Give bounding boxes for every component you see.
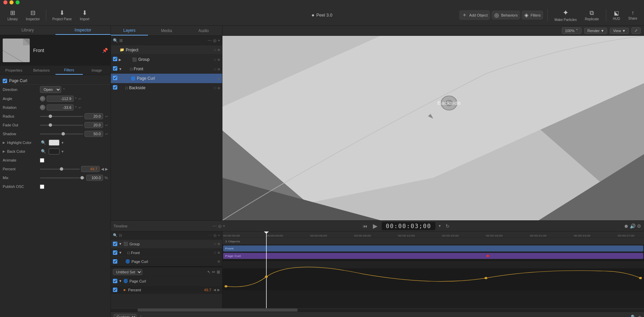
back-color-expand[interactable]: ▼ — [61, 150, 64, 153]
tl-group-action1[interactable]: □ — [214, 242, 216, 246]
import-button[interactable]: ⬇ Import — [76, 8, 93, 22]
highlight-color-triangle[interactable]: ▶ — [3, 141, 6, 144]
hud-button[interactable]: ⬕ HUD — [610, 8, 623, 22]
project-action2[interactable]: ⊕ — [217, 48, 220, 52]
play-button[interactable]: ▶ — [372, 222, 379, 230]
back-color-triangle[interactable]: ▶ — [3, 150, 6, 153]
backside-action2[interactable]: ⊕ — [217, 86, 220, 90]
tl-group-checkbox[interactable] — [113, 242, 117, 246]
group-action2[interactable]: ⊕ — [217, 58, 220, 62]
rotation-dial[interactable] — [40, 105, 45, 110]
tl-cursor-icon[interactable]: ↖ — [207, 270, 211, 274]
rotation-reset[interactable]: ↩ — [78, 106, 81, 109]
backside-checkbox[interactable] — [113, 85, 117, 90]
percent-left-arrow[interactable]: ◀ — [101, 167, 104, 171]
tl-front-triangle[interactable]: ▼ — [119, 251, 122, 254]
shadow-input[interactable] — [85, 131, 103, 137]
angle-input[interactable] — [47, 96, 74, 102]
angle-dial[interactable] — [40, 96, 45, 101]
tl-kf-page-curl-checkbox[interactable] — [113, 279, 117, 283]
tl-kf-left-arrow[interactable]: ◀ — [213, 288, 216, 292]
tl-page-curl-row[interactable]: 🌀 Page Curl ⊕ — [111, 257, 222, 266]
maximize-viewport[interactable]: ⤢ — [631, 27, 641, 34]
radius-input[interactable] — [85, 113, 103, 119]
fade-out-slider[interactable] — [40, 125, 83, 126]
bottom-bar-arrow[interactable]: ⌃ — [139, 315, 142, 317]
render-control[interactable]: Render ▼ — [584, 28, 607, 34]
layers-grid-icon[interactable]: ⊞ — [119, 38, 123, 43]
share-button[interactable]: ↑ Share — [625, 8, 640, 22]
tab-behaviors[interactable]: Behaviors — [28, 66, 55, 75]
fade-out-thumb[interactable] — [49, 123, 52, 127]
fade-out-input[interactable] — [85, 122, 103, 128]
radius-reset[interactable]: ↩ — [105, 115, 108, 118]
pin-button[interactable]: 📌 — [102, 48, 108, 53]
layer-front[interactable]: ▼ □ Front □ ⊕ — [111, 64, 222, 74]
layers-circle-icon[interactable]: ◎ — [213, 38, 216, 43]
tl-panel-icon[interactable]: ⊟ — [119, 233, 122, 238]
fade-out-reset[interactable]: ↩ — [105, 123, 108, 127]
tl-page-curl-checkbox[interactable] — [113, 259, 117, 264]
back-color-swatch[interactable] — [49, 148, 59, 154]
tl-front-action2[interactable]: ⊕ — [217, 251, 220, 254]
layer-group[interactable]: ▶ ⬛ Group □ ⊕ — [111, 55, 222, 64]
animate-checkbox[interactable] — [40, 158, 44, 163]
layer-page-curl[interactable]: 🌀 Page Curl ⊕ — [111, 74, 222, 83]
go-to-start-button[interactable]: ⏮ — [361, 223, 369, 229]
custom-select[interactable]: Custom — [114, 314, 137, 317]
media-tab[interactable]: Media — [148, 26, 185, 35]
layer-backside[interactable]: □ Backside □ ⊕ — [111, 83, 222, 93]
tl-kf-right-arrow[interactable]: ▶ — [217, 288, 220, 292]
front-action2[interactable]: ⊕ — [217, 67, 220, 71]
percent-input[interactable] — [81, 166, 100, 172]
time-dropdown-arrow[interactable]: ▼ — [438, 224, 442, 228]
zoom-control[interactable]: 100% ⌃ — [562, 27, 581, 34]
tl-kf-page-curl-row[interactable]: ▼ 🌀 Page Curl — [111, 277, 222, 286]
front-checkbox[interactable] — [113, 66, 117, 71]
minimize-button[interactable] — [9, 0, 14, 4]
untitled-set-select[interactable]: Untitled Set — [113, 269, 142, 275]
filters-button[interactable]: ◈ Filters — [522, 10, 543, 20]
inspector-tab[interactable]: Inspector — [55, 26, 111, 35]
tl-dots-icon[interactable]: ⋯ — [213, 224, 217, 228]
loop-button[interactable]: ↻ — [444, 223, 451, 229]
tl-settings-icon[interactable]: ⚙ — [637, 223, 641, 229]
direction-select[interactable]: Open Close — [40, 86, 61, 93]
shadow-reset[interactable]: ↩ — [105, 132, 108, 136]
view-control[interactable]: View ▼ — [610, 28, 629, 34]
highlight-color-swatch[interactable] — [49, 140, 59, 146]
mix-input[interactable] — [86, 175, 103, 181]
layers-tab[interactable]: Layers — [111, 26, 148, 35]
library-button[interactable]: ⊞ Library — [4, 8, 21, 22]
tl-add2[interactable]: + — [218, 233, 220, 238]
layers-dots-icon[interactable]: ⋯ — [208, 38, 212, 43]
shadow-slider[interactable] — [40, 133, 83, 135]
inspector-button[interactable]: ⊟ Inspector — [23, 8, 43, 22]
tl-front-row[interactable]: ▼ □ Front □ ⊕ — [111, 248, 222, 257]
tl-group-triangle[interactable]: ▼ — [119, 242, 122, 246]
project-action1[interactable]: □ — [214, 48, 216, 52]
rotation-input[interactable] — [47, 104, 74, 111]
publish-osc-checkbox[interactable] — [40, 185, 44, 189]
current-time-display[interactable]: 00:00:03;00 — [382, 222, 435, 230]
tl-circle2[interactable]: ◎ — [213, 233, 217, 238]
tl-kf-triangle[interactable]: ▼ — [119, 279, 122, 283]
layer-project[interactable]: 📁 Project □ ⊕ — [111, 45, 222, 55]
behaviors-button[interactable]: ◎ Behaviors — [492, 10, 520, 20]
mix-slider[interactable] — [40, 177, 85, 178]
tl-audio-icon[interactable]: 🔊 — [630, 223, 636, 229]
percent-thumb[interactable] — [60, 167, 63, 171]
group-expand-icon[interactable]: ▶ — [119, 58, 121, 62]
bottom-dot-icon[interactable]: ◉ — [638, 315, 641, 317]
percent-slider[interactable] — [40, 169, 80, 170]
tl-dots2[interactable]: ⋯ — [208, 233, 212, 238]
tl-front-checkbox[interactable] — [113, 250, 117, 255]
highlight-eyedropper[interactable]: 🔍 — [41, 140, 46, 145]
tl-search-icon[interactable]: 🔍 — [113, 233, 118, 238]
make-particles-button[interactable]: ✦ Make Particles — [552, 7, 579, 23]
group-checkbox[interactable] — [113, 57, 117, 61]
back-eyedropper[interactable]: 🔍 — [41, 149, 46, 154]
timeline-h-scrollbar[interactable] — [111, 308, 644, 312]
maximize-button[interactable] — [16, 0, 20, 4]
project-pane-button[interactable]: ⬇ Project Pane — [49, 8, 75, 22]
